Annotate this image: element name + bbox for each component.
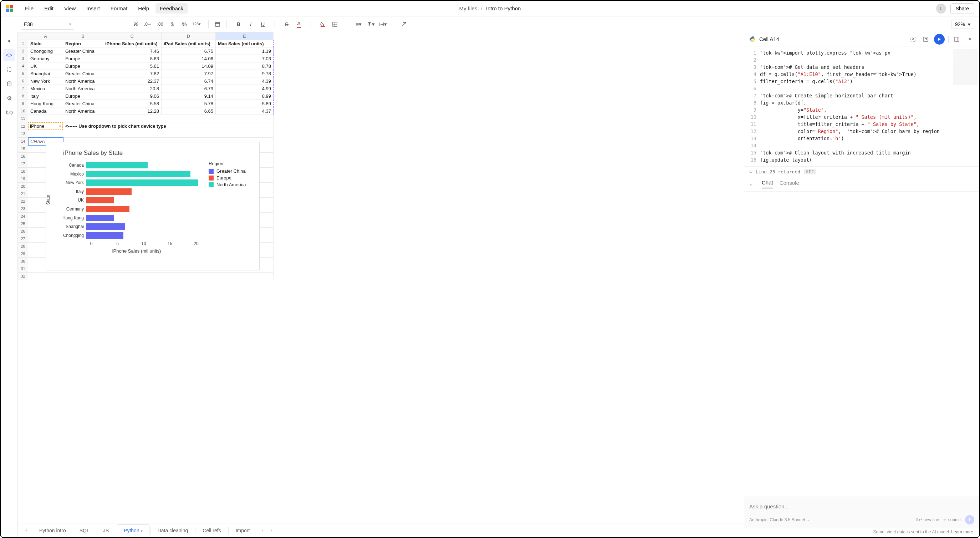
menu-format[interactable]: Format — [106, 3, 132, 14]
data-cell[interactable]: Mexico — [28, 85, 63, 92]
date-icon[interactable] — [212, 19, 224, 30]
code-minimap[interactable] — [953, 49, 978, 85]
data-cell[interactable]: 8.99 — [216, 92, 274, 100]
col-header-E[interactable]: E — [216, 32, 274, 40]
breadcrumb-current[interactable]: Intro to Python — [486, 5, 521, 11]
code-editor[interactable]: 12345678910111213141516 "tok-kw">import … — [744, 46, 979, 166]
col-header-D[interactable]: D — [162, 32, 216, 40]
sheet-tab[interactable]: Data cleaning — [151, 525, 195, 536]
add-sheet-button[interactable]: + — [21, 525, 31, 536]
menu-insert[interactable]: Insert — [82, 3, 104, 14]
clear-format-icon[interactable] — [398, 19, 410, 30]
menu-feedback[interactable]: Feedback — [156, 3, 188, 14]
select-icon[interactable] — [3, 64, 15, 76]
row-header[interactable]: 1 — [18, 40, 28, 48]
data-cell[interactable]: 5.58 — [103, 100, 162, 107]
data-cell[interactable]: 5.89 — [216, 100, 274, 107]
menu-edit[interactable]: Edit — [40, 3, 58, 14]
data-cell[interactable]: 6.75 — [162, 48, 216, 55]
data-cell[interactable]: 9.06 — [103, 92, 162, 100]
menu-view[interactable]: View — [60, 3, 80, 14]
data-cell[interactable]: 7.82 — [103, 70, 162, 77]
model-selector[interactable]: Anthropic: Claude 3.5 Sonnet ⌄ — [749, 517, 810, 522]
tab-chat[interactable]: Chat — [762, 180, 773, 188]
formula-input[interactable] — [79, 19, 126, 30]
data-cell[interactable]: Italy — [28, 92, 63, 100]
sheet-tab[interactable]: Cell refs — [196, 525, 227, 536]
decrease-decimal-icon[interactable]: .0← — [142, 19, 154, 30]
col-header-C[interactable]: C — [103, 32, 162, 40]
italic-icon[interactable]: I — [245, 19, 257, 30]
zoom-selector[interactable]: 92% ▾ — [951, 20, 974, 29]
popout-icon[interactable] — [921, 35, 931, 44]
data-cell[interactable]: 6.65 — [162, 107, 216, 115]
data-cell[interactable]: UK — [28, 62, 63, 70]
send-button[interactable] — [965, 515, 974, 524]
data-cell[interactable]: 14.06 — [162, 55, 216, 62]
sparkle-icon[interactable]: ✦ — [3, 35, 15, 47]
data-cell[interactable]: 5.78 — [162, 100, 216, 107]
data-cell[interactable]: 6.79 — [162, 85, 216, 92]
increase-decimal-icon[interactable]: .00 — [154, 19, 166, 30]
data-cell[interactable]: New York — [28, 77, 63, 85]
sheet-tab[interactable]: SQL — [73, 525, 96, 536]
percent-icon[interactable]: % — [178, 19, 191, 30]
header-cell[interactable]: Mac Sales (mil units) — [216, 40, 274, 48]
database-icon[interactable] — [3, 78, 15, 90]
chat-input[interactable] — [749, 501, 974, 512]
row-header[interactable]: 7 — [18, 85, 28, 92]
close-icon[interactable]: ✕ — [965, 35, 974, 44]
data-cell[interactable]: 4.99 — [216, 85, 274, 92]
data-cell[interactable]: North America — [63, 107, 103, 115]
borders-icon[interactable] — [329, 19, 341, 30]
tab-console[interactable]: Console — [780, 180, 799, 188]
data-cell[interactable]: Hong Kong — [28, 100, 63, 107]
data-cell[interactable]: 7.46 — [103, 48, 162, 55]
header-cell[interactable]: Region — [63, 40, 103, 48]
row-header[interactable]: 3 — [18, 55, 28, 62]
menu-file[interactable]: File — [21, 3, 38, 14]
tabs-next-icon[interactable]: › — [268, 526, 275, 535]
breadcrumb-parent[interactable]: My files — [459, 5, 477, 11]
number-format-icon[interactable]: 123▾ — [191, 19, 202, 30]
data-cell[interactable]: 4.37 — [216, 107, 274, 115]
run-button[interactable] — [934, 34, 945, 45]
col-header-B[interactable]: B — [63, 32, 103, 40]
data-cell[interactable]: Shanghai — [28, 70, 63, 77]
data-cell[interactable]: 4.39 — [216, 77, 274, 85]
data-cell[interactable]: 1.19 — [216, 48, 274, 55]
data-cell[interactable]: North America — [63, 85, 103, 92]
data-cell[interactable]: Canada — [28, 107, 63, 115]
learn-more-link[interactable]: Learn more. — [951, 529, 974, 535]
data-cell[interactable]: Greater China — [63, 100, 103, 107]
row-header[interactable]: 2 — [18, 48, 28, 55]
sheet-tab[interactable]: Python intro — [33, 525, 72, 536]
underline-icon[interactable]: U — [257, 19, 269, 30]
text-color-icon[interactable]: A — [293, 19, 305, 30]
data-cell[interactable]: Germany — [28, 55, 63, 62]
wrap-icon[interactable]: ▾ — [377, 19, 389, 30]
h-align-icon[interactable]: ≡▾ — [353, 19, 365, 30]
data-cell[interactable]: 9.14 — [162, 92, 216, 100]
data-cell[interactable]: 8.63 — [103, 55, 162, 62]
row-header[interactable]: 10 — [18, 107, 28, 115]
format-auto-icon[interactable]: 99 — [130, 19, 142, 30]
snap-icon[interactable] — [908, 35, 918, 44]
data-cell[interactable]: 7.03 — [216, 55, 274, 62]
data-cell[interactable]: Europe — [63, 62, 103, 70]
col-header-A[interactable]: A — [28, 32, 63, 40]
data-cell[interactable]: 7.97 — [162, 70, 216, 77]
currency-icon[interactable]: $ — [166, 19, 178, 30]
device-dropdown[interactable]: iPhone▾ — [28, 123, 63, 130]
data-cell[interactable]: 5.61 — [103, 62, 162, 70]
fill-color-icon[interactable] — [317, 19, 329, 30]
data-cell[interactable]: 9.78 — [216, 70, 274, 77]
data-cell[interactable]: 22.37 — [103, 77, 162, 85]
cell-reference-input[interactable]: E38 ▾ — [21, 19, 74, 30]
row-header[interactable]: 5 — [18, 70, 28, 77]
data-cell[interactable]: 12.28 — [103, 107, 162, 115]
header-cell[interactable]: iPhone Sales (mil units) — [103, 40, 162, 48]
header-cell[interactable]: State — [28, 40, 63, 48]
row-header[interactable]: 8 — [18, 92, 28, 100]
data-cell[interactable]: North America — [63, 77, 103, 85]
